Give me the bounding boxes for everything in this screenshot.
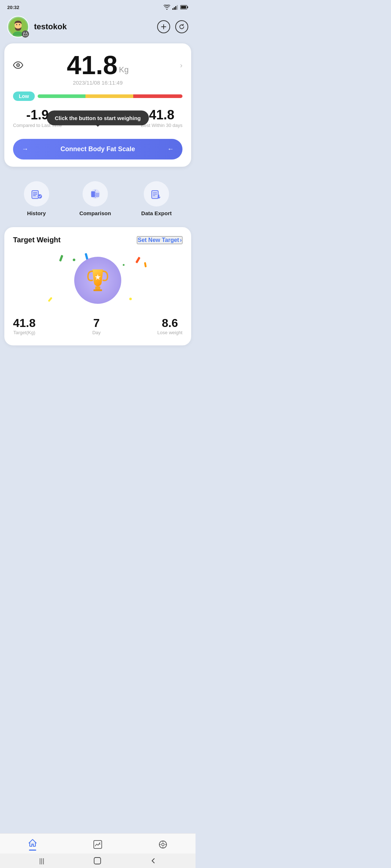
connect-arrow-right-icon: ← (167, 145, 174, 153)
wifi-icon (164, 5, 170, 10)
target-day-stat: 7 Day (92, 316, 101, 335)
svg-point-10 (19, 24, 20, 25)
comparison-action[interactable]: Comparison (79, 181, 111, 216)
svg-point-9 (16, 24, 17, 25)
avatar[interactable] (7, 16, 29, 38)
confetti-dot-3 (123, 264, 125, 266)
weight-value: 41.8 (67, 52, 117, 78)
target-stats: 41.8 Target(Kg) 7 Day 8.6 Lose weight (13, 316, 182, 335)
svg-rect-25 (96, 193, 99, 197)
target-weight-title: Target Weight (13, 236, 60, 244)
svg-rect-5 (181, 6, 186, 9)
target-lose-stat: 8.6 Lose weight (157, 316, 182, 335)
history-action[interactable]: History (24, 181, 49, 216)
status-icons (164, 5, 188, 10)
header: testokok (0, 13, 196, 43)
confetti-4 (144, 262, 147, 268)
svg-rect-27 (152, 191, 158, 199)
connect-label: Connect Body Fat Scale (60, 145, 135, 153)
bmi-label: Low (13, 92, 35, 101)
svg-rect-1 (174, 7, 175, 10)
target-kg-stat: 41.8 Target(Kg) (13, 316, 35, 335)
set-new-target-button[interactable]: Set New Target › (137, 236, 182, 244)
target-weight-section: Target Weight Set New Target › (4, 227, 191, 345)
data-export-icon-circle (144, 181, 169, 207)
add-button[interactable] (157, 20, 170, 33)
confetti-dot-1 (73, 259, 75, 261)
bmi-bar (38, 94, 182, 98)
target-kg-label: Target(Kg) (13, 330, 35, 335)
set-target-chevron-icon: › (180, 237, 182, 243)
target-day-label: Day (92, 330, 101, 335)
main-weight-card: 41.8 Kg › 2023/11/08 16:11:49 Low -1.9 C… (4, 43, 191, 167)
svg-rect-32 (95, 286, 100, 289)
status-bar: 20:32 (0, 0, 196, 13)
best-label: Best Within 30 days (141, 123, 182, 128)
set-new-target-label: Set New Target (138, 237, 179, 243)
svg-rect-6 (187, 7, 188, 8)
tooltip: Click the button to start weighing (47, 110, 149, 125)
weight-chevron-icon[interactable]: › (180, 61, 182, 69)
eye-icon[interactable] (13, 61, 23, 69)
confetti-1 (59, 255, 63, 262)
target-lose-label: Lose weight (157, 330, 182, 335)
battery-icon (180, 5, 188, 9)
svg-rect-0 (172, 8, 173, 10)
connect-arrow-left-icon: → (22, 145, 28, 153)
svg-rect-3 (177, 5, 178, 10)
header-actions (157, 20, 188, 33)
svg-rect-2 (175, 6, 176, 10)
target-header: Target Weight Set New Target › (13, 236, 182, 244)
comparison-icon-circle (83, 181, 108, 207)
action-row: History Comparison Data Export (4, 174, 191, 220)
target-day-value: 7 (92, 316, 101, 330)
target-kg-value: 41.8 (13, 316, 35, 330)
data-export-action[interactable]: Data Export (141, 181, 172, 216)
username-label: testokok (34, 22, 152, 31)
target-lose-value: 8.6 (157, 316, 182, 330)
status-time: 20:32 (7, 5, 19, 10)
svg-rect-24 (91, 191, 95, 197)
weight-date: 2023/11/08 16:11:49 (13, 80, 182, 86)
data-export-label: Data Export (141, 210, 172, 216)
confetti-3 (135, 257, 140, 264)
svg-point-16 (18, 65, 19, 66)
weight-display-row: 41.8 Kg › (13, 52, 182, 78)
trophy-bg (74, 257, 121, 304)
bmi-scale: Low (13, 92, 182, 101)
trophy-illustration (13, 251, 182, 309)
confetti-5 (48, 297, 52, 302)
stats-row: -1.9 Compared to Last Time 41.8 Best Wit… (13, 107, 182, 128)
connect-scale-button[interactable]: → Connect Body Fat Scale ← (13, 139, 182, 159)
comparison-label: Comparison (79, 210, 111, 216)
confetti-dot-2 (129, 298, 132, 300)
history-icon-circle (24, 181, 49, 207)
history-label: History (27, 210, 46, 216)
weight-unit: Kg (119, 65, 129, 75)
signal-icon (172, 5, 178, 10)
refresh-button[interactable] (175, 20, 188, 33)
svg-rect-33 (93, 289, 102, 291)
avatar-badge (22, 30, 29, 38)
